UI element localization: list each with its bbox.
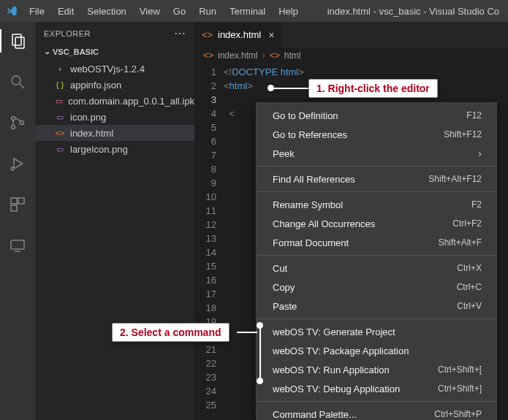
title-bar: FileEditSelectionViewGoRunTerminalHelp i… [0,0,508,22]
workspace-section[interactable]: ⌄ VSC_BASIC [35,44,194,59]
keyboard-shortcut: F12 [466,110,482,121]
context-menu-item[interactable]: Go to DefinitionF12 [257,106,496,125]
line-number: 16 [194,273,216,287]
activity-explorer[interactable] [0,29,35,53]
image-icon: ▭ [54,143,66,155]
line-number: 5 [194,121,216,134]
context-menu-item[interactable]: Go to ReferencesShift+F12 [257,125,496,144]
menu-item-label: webOS TV: Package Application [273,345,409,356]
tree-item-label: com.domain.app_0.0.1_all.ipk [68,96,194,107]
menu-item-label: Cut [273,263,287,274]
line-number: 17 [194,287,216,301]
activity-extensions[interactable] [0,193,35,216]
close-icon[interactable]: × [268,29,274,41]
menu-item-label: webOS TV: Generate Project [273,327,395,337]
context-menu-item[interactable]: CutCtrl+X [257,259,496,278]
line-number-gutter: 1234567891011121314151617181920212223242… [194,64,224,420]
breadcrumb-node: html [284,50,301,61]
context-menu-item[interactable]: webOS TV: Debug ApplicationCtrl+Shift+] [257,379,496,398]
keyboard-shortcut: Shift+Alt+F [439,237,482,248]
workspace-name: VSC_BASIC [53,47,99,56]
context-menu-item[interactable]: PasteCtrl+V [257,297,496,316]
activity-bar [0,22,35,420]
explorer-title: EXPLORER [44,29,91,38]
line-number: 12 [194,218,216,232]
context-menu-item[interactable]: CopyCtrl+C [257,278,496,297]
breadcrumb-file: index.html [218,50,258,61]
context-menu-item[interactable]: Command Palette...Ctrl+Shift+P [257,405,496,420]
editor-tabs: <> index.html × [194,22,508,47]
line-number: 11 [194,204,216,218]
context-menu-item[interactable]: Format DocumentShift+Alt+F [257,233,496,252]
annotation-callout-2: 2. Select a command [112,323,230,342]
context-menu-item[interactable]: Peek› [257,144,496,163]
line-number: 24 [194,384,216,398]
chevron-right-icon: › [54,63,66,75]
context-menu-item[interactable]: webOS TV: Run ApplicationCtrl+Shift+[ [257,360,496,379]
svg-line-3 [20,84,24,88]
keyboard-shortcut: Ctrl+X [457,263,482,273]
activity-webos-tv[interactable] [0,234,35,257]
annotation-callout-1: 1. Right-click the editor [308,79,438,98]
explorer-sidebar: EXPLORER ⋯ ⌄ VSC_BASIC ›webOSTVjs-1.2.4{… [35,22,194,420]
line-number: 25 [194,398,216,412]
tab-index-html[interactable]: <> index.html × [194,22,282,47]
braces-icon: { } [54,79,66,91]
svg-point-6 [20,121,24,125]
keyboard-shortcut: Shift+F12 [444,129,482,140]
tree-item-label: webOSTVjs-1.2.4 [70,64,145,75]
menu-run[interactable]: Run [193,3,222,20]
menu-selection[interactable]: Selection [81,3,132,20]
menu-item-label: Rename Symbol [273,199,343,210]
line-number: 1 [194,65,216,79]
tree-item[interactable]: ›webOSTVjs-1.2.4 [35,61,194,77]
image-icon: ▭ [54,111,66,123]
tree-item-label: appinfo.json [70,80,121,91]
line-number: 6 [194,134,216,148]
tree-item[interactable]: ▭largeIcon.png [35,141,194,157]
menu-item-label: Command Palette... [273,409,357,420]
context-menu-item[interactable]: Change All OccurrencesCtrl+F2 [257,214,496,233]
tree-item[interactable]: ▭icon.png [35,109,194,125]
context-menu-item[interactable]: Find All ReferencesShift+Alt+F12 [257,169,496,188]
breadcrumb[interactable]: <> index.html › <> html [194,47,508,64]
menu-terminal[interactable]: Terminal [224,3,271,20]
svg-point-2 [12,76,20,85]
keyboard-shortcut: Ctrl+Shift+P [434,409,482,419]
menu-separator [257,166,496,167]
line-number: 22 [194,356,216,370]
menu-item-label: webOS TV: Run Application [273,364,390,375]
menu-go[interactable]: Go [167,3,192,20]
html-icon: <> [202,29,213,41]
menu-item-label: webOS TV: Debug Application [273,383,400,394]
line-number: 8 [194,162,216,176]
menu-edit[interactable]: Edit [52,3,80,20]
menu-separator [257,191,496,192]
context-menu-item[interactable]: webOS TV: Package Application [257,341,496,360]
keyboard-shortcut: Ctrl+Shift+] [438,383,482,394]
context-menu-item[interactable]: webOS TV: Generate Project [257,322,496,341]
menu-item-label: Find All References [273,174,355,185]
menu-help[interactable]: Help [273,3,304,20]
chevron-right-icon: › [262,50,265,61]
window-title: index.html - vsc_basic - Visual Studio C… [327,6,502,17]
keyboard-shortcut: Ctrl+F2 [452,218,482,229]
svg-rect-0 [12,34,21,45]
editor-context-menu: Go to DefinitionF12Go to ReferencesShift… [256,102,497,420]
line-number: 14 [194,245,216,259]
tree-item[interactable]: ▭com.domain.app_0.0.1_all.ipk [35,93,194,109]
activity-run-debug[interactable] [0,152,35,175]
menu-view[interactable]: View [134,3,166,20]
tree-item-label: largeIcon.png [70,144,128,155]
line-number: 3 [194,93,216,107]
context-menu-item[interactable]: Rename SymbolF2 [257,195,496,214]
svg-rect-1 [15,37,24,48]
line-number: 15 [194,259,216,273]
activity-search[interactable] [0,70,35,93]
menu-item-label: Peek [273,148,295,159]
explorer-more-icon[interactable]: ⋯ [174,29,186,38]
tree-item[interactable]: { }appinfo.json [35,77,194,93]
menu-file[interactable]: File [23,3,50,20]
activity-source-control[interactable] [0,111,35,134]
tree-item[interactable]: <>index.html [35,125,194,141]
